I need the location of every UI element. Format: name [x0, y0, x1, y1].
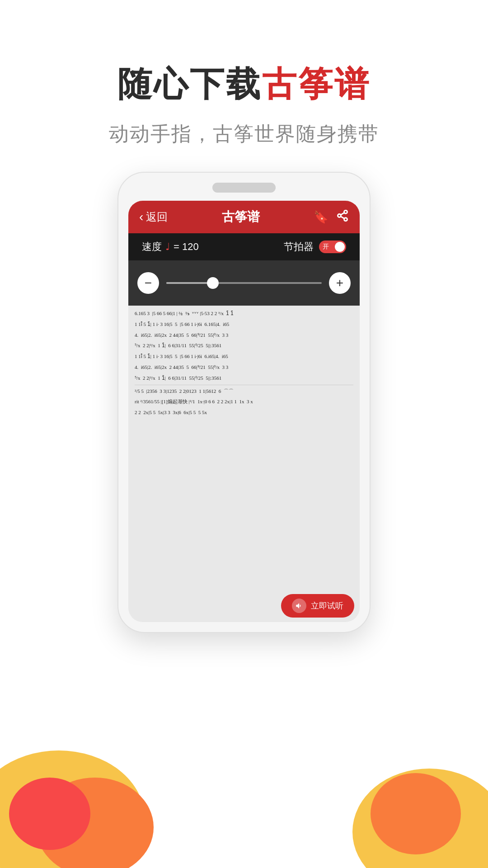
listen-overlay[interactable]: 立即试听 [281, 594, 354, 618]
speed-increase-button[interactable]: + [329, 272, 351, 294]
phone-mockup: ‹ 返回 古筝谱 🔖 速度 ♩ [117, 172, 371, 633]
svg-line-4 [341, 212, 344, 215]
page-title: 随心下载古筝谱 [0, 63, 488, 104]
score-divider [135, 385, 353, 385]
plus-icon: + [336, 276, 343, 290]
speed-text-label: 速度 [142, 240, 162, 254]
speed-display: 速度 ♩ = 120 [142, 240, 199, 254]
score-line-2: 1 1i̊ 5 1̄| 1 i· 3 16|5 5 |5 66 1 i·|6i … [135, 320, 353, 329]
title-prefix: 随心下载 [117, 65, 262, 103]
speed-slider-area: − + [128, 260, 360, 306]
speed-decrease-button[interactable]: − [137, 272, 159, 294]
toggle-on-label: 开 [323, 243, 329, 251]
audio-wave-icon [292, 599, 306, 613]
music-score-area[interactable]: 6.165 3 |5 66 5 66|1 | ²⁄₂ ³⁄₃ ᵛᵛᵛ |5·53… [128, 306, 360, 622]
score-line-5: 1 1i̊ 5 1̄| 1 i· 3 16|5 5 |5 66 1 i·|6i … [135, 352, 353, 361]
metronome-control[interactable]: 节拍器 开 [284, 240, 346, 254]
score-line-7: ⁵/x 2 2|³/x 1 1̄| 6 6|31/11 55|⁰/25 5||:… [135, 374, 353, 383]
page-subtitle: 动动手指，古筝世界随身携带 [0, 121, 488, 147]
metronome-label: 节拍器 [284, 240, 314, 254]
phone-speaker [212, 183, 276, 193]
note-icon: ♩ [165, 241, 170, 253]
svg-line-3 [341, 216, 344, 218]
listen-button[interactable]: 立即试听 [281, 594, 354, 618]
minus-icon: − [145, 276, 152, 290]
speed-value: = 120 [174, 241, 199, 253]
back-label: 返回 [146, 210, 168, 224]
score-line-3: 4. i65|2. i65|2x 2 44|35 5 66|⁹/21 55|⁰/… [135, 331, 353, 340]
score-line-10: 2 2 2x|5 5 5x|3 3 3x|6 6x|5 5 5 5x [135, 408, 353, 417]
back-button[interactable]: ‹ 返回 [139, 210, 168, 224]
slider-fill [166, 282, 213, 284]
score-line-8: ²/5 5 |2356 3 3|1235 2 2|0123 1 1|5612 6… [135, 387, 353, 396]
header-section: 随心下载古筝谱 动动手指，古筝世界随身携带 [0, 0, 488, 175]
score-line-6: 4. i65|2. i65|2x 2 44|35 5 66|⁹/21 55|⁰/… [135, 363, 353, 372]
app-screen-title: 古筝谱 [222, 208, 260, 226]
header-actions: 🔖 [314, 209, 349, 225]
phone-frame: ‹ 返回 古筝谱 🔖 速度 ♩ [117, 172, 371, 633]
metronome-toggle[interactable]: 开 [319, 241, 346, 253]
speed-metronome-bar: 速度 ♩ = 120 节拍器 开 [128, 233, 360, 260]
speed-slider-track[interactable] [166, 282, 322, 284]
bookmark-icon[interactable]: 🔖 [314, 210, 328, 224]
score-line-4: ⁵/x 2 2|³/x 1 1̄| 6 6|31/11 55|⁰/25 5||:… [135, 341, 353, 350]
score-line-1: 6.165 3 |5 66 5 66|1 | ²⁄₂ ³⁄₃ ᵛᵛᵛ |5·53… [135, 309, 353, 318]
app-header-bar: ‹ 返回 古筝谱 🔖 [128, 201, 360, 233]
title-highlight: 古筝谱 [262, 65, 371, 103]
score-line-9: rit ²/3561/55 |[1]煽起渐快 |²/1 1x·|0 6 6 2 … [135, 397, 353, 406]
slider-thumb[interactable] [207, 277, 219, 289]
back-chevron-icon: ‹ [139, 210, 143, 224]
phone-screen: ‹ 返回 古筝谱 🔖 速度 ♩ [128, 201, 360, 622]
background-decoration [0, 723, 488, 868]
share-icon[interactable] [336, 209, 349, 225]
toggle-knob [335, 242, 345, 252]
listen-label: 立即试听 [311, 600, 343, 612]
